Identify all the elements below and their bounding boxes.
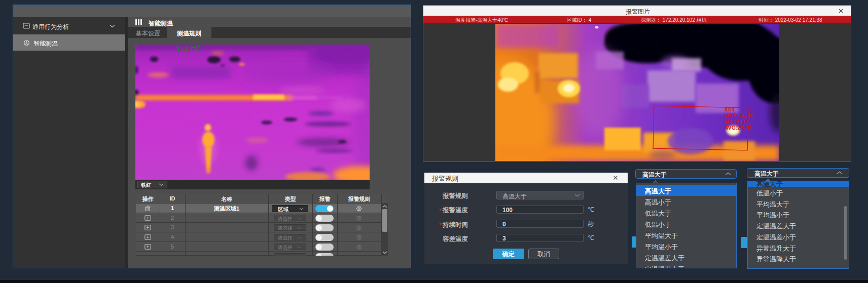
svg-text:MAX: 45.8C: MAX: 45.8C — [725, 112, 754, 118]
svg-text:T=9.7℃: T=9.7℃ — [176, 45, 201, 53]
svg-text:MIN:28.0C: MIN:28.0C — [725, 118, 750, 125]
svg-text:AVG:29.2C: AVG:29.2C — [725, 125, 752, 131]
svg-text:ID:4: ID:4 — [725, 106, 735, 112]
